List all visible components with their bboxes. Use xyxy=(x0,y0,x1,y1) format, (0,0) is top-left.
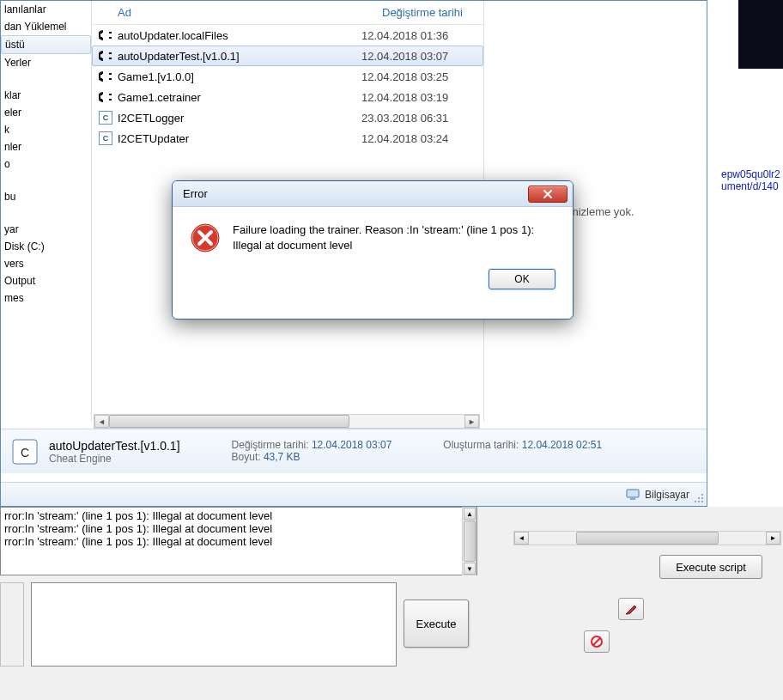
sidebar-item[interactable]: mes xyxy=(1,289,91,307)
log-line: rror:In 'stream:' (line 1 pos 1): Illega… xyxy=(4,522,473,535)
computer-icon xyxy=(626,489,640,501)
background-text-fragment: epw05qu0lr2 ument/d/140 xyxy=(721,168,783,192)
ok-button[interactable]: OK xyxy=(489,269,555,289)
bottom-area: rror:In 'stream:' (line 1 pos 1): Illega… xyxy=(0,507,783,700)
sidebar-item[interactable]: yar xyxy=(1,221,91,238)
svg-rect-19 xyxy=(630,498,635,500)
scroll-right-arrow[interactable]: ► xyxy=(464,415,479,428)
file-date: 12.04.2018 03:19 xyxy=(361,91,448,104)
scroll-up-arrow[interactable]: ▲ xyxy=(464,508,476,520)
sidebar-item[interactable]: eler xyxy=(1,104,91,121)
background-dark-strip xyxy=(738,0,783,69)
scroll-thumb[interactable] xyxy=(109,415,349,428)
file-name: Game1.cetrainer xyxy=(118,91,361,104)
color-picker-button[interactable] xyxy=(618,598,644,620)
svg-rect-22 xyxy=(701,497,703,499)
sidebar-item[interactable]: klar xyxy=(1,87,91,104)
right-panel: ◄ ► Execute script xyxy=(488,507,783,700)
gutter-strip xyxy=(0,582,24,667)
cheat-engine-icon xyxy=(97,27,114,43)
file-row[interactable]: Game1.cetrainer12.04.2018 03:19 xyxy=(92,87,483,107)
right-hscrollbar[interactable]: ◄ ► xyxy=(513,531,781,545)
scroll-right-arrow[interactable]: ► xyxy=(766,532,780,545)
file-row[interactable]: CI2CETLogger23.03.2018 06:31 xyxy=(92,107,483,128)
sidebar-item[interactable]: o xyxy=(1,155,91,173)
detail-size-label: Boyut: xyxy=(232,451,261,463)
sidebar-item[interactable]: nler xyxy=(1,138,91,155)
error-title: Error xyxy=(183,187,528,200)
file-row[interactable]: autoUpdater.localFiles12.04.2018 01:36 xyxy=(92,25,483,46)
detail-file-icon: C xyxy=(9,436,40,467)
detail-create-value: 12.04.2018 02:51 xyxy=(522,439,602,451)
svg-rect-7 xyxy=(109,58,112,59)
error-message: Failure loading the trainer. Reason :In … xyxy=(233,222,555,253)
detail-bar: C autoUpdaterTest.[v1.0.1] Cheat Engine … xyxy=(1,429,707,473)
file-row[interactable]: autoUpdaterTest.[v1.0.1]12.04.2018 03:07 xyxy=(92,46,483,66)
svg-rect-6 xyxy=(109,52,112,54)
execute-button[interactable]: Execute xyxy=(404,600,469,648)
sidebar-item[interactable]: dan Yüklemel xyxy=(1,18,91,35)
file-name: autoUpdater.localFiles xyxy=(118,29,361,42)
sidebar-item[interactable]: k xyxy=(1,121,91,138)
resize-grip-icon[interactable] xyxy=(693,492,705,504)
log-line: rror:In 'stream:' (line 1 pos 1): Illega… xyxy=(4,535,473,548)
error-icon xyxy=(190,222,221,253)
file-date: 12.04.2018 03:25 xyxy=(361,70,448,83)
scroll-thumb[interactable] xyxy=(576,532,719,545)
detail-mod-label: Değiştirme tarihi: xyxy=(232,439,309,451)
execute-script-button[interactable]: Execute script xyxy=(659,555,762,579)
log-vscrollbar[interactable]: ▲ ▼ xyxy=(462,507,476,575)
file-date: 23.03.2018 06:31 xyxy=(361,112,448,125)
file-row[interactable]: Game1.[v1.0.0]12.04.2018 03:25 xyxy=(92,66,483,87)
file-name: Game1.[v1.0.0] xyxy=(118,70,361,83)
exe-icon: C xyxy=(97,110,114,125)
error-titlebar[interactable]: Error xyxy=(173,181,573,207)
cancel-button[interactable] xyxy=(584,630,610,653)
status-location: Bilgisayar xyxy=(645,489,689,501)
svg-rect-2 xyxy=(109,32,112,33)
sidebar-item[interactable]: vers xyxy=(1,255,91,272)
log-panel[interactable]: rror:In 'stream:' (line 1 pos 1): Illega… xyxy=(0,507,477,575)
file-date: 12.04.2018 01:36 xyxy=(361,29,448,42)
sidebar-item[interactable]: Output xyxy=(1,272,91,289)
explorer-sidebar: lanılanlardan YüklemelüstüYerlerklareler… xyxy=(1,1,92,422)
file-row[interactable]: CI2CETUpdater12.04.2018 03:24 xyxy=(92,128,483,149)
file-date: 12.04.2018 03:07 xyxy=(361,50,448,63)
file-list-hscrollbar[interactable]: ◄ ► xyxy=(94,414,480,429)
svg-rect-3 xyxy=(109,37,112,39)
file-date: 12.04.2018 03:24 xyxy=(361,132,448,145)
log-line: rror:In 'stream:' (line 1 pos 1): Illega… xyxy=(4,509,473,522)
file-name: I2CETUpdater xyxy=(118,132,361,145)
sidebar-item[interactable]: üstü xyxy=(1,35,91,54)
scroll-left-arrow[interactable]: ◄ xyxy=(94,415,109,428)
svg-rect-18 xyxy=(627,490,639,497)
svg-rect-20 xyxy=(701,494,703,496)
close-button[interactable] xyxy=(528,186,568,203)
cheat-engine-icon xyxy=(97,89,114,105)
scroll-track[interactable] xyxy=(109,415,464,428)
sidebar-item[interactable]: Yerler xyxy=(1,54,91,71)
sidebar-item[interactable]: lanılanlar xyxy=(1,1,91,18)
sidebar-item[interactable]: Disk (C:) xyxy=(1,238,91,255)
file-list-header[interactable]: Ad Değiştirme tarihi xyxy=(92,1,483,25)
frag-line-1: epw05qu0lr2 xyxy=(721,168,783,180)
detail-filename: autoUpdaterTest.[v1.0.1] xyxy=(49,439,180,453)
error-dialog: Error Failure loading the trainer. Reaso… xyxy=(172,180,574,320)
cheat-engine-icon xyxy=(97,69,114,84)
svg-rect-11 xyxy=(109,78,112,80)
scroll-down-arrow[interactable]: ▼ xyxy=(464,563,476,575)
column-header-date[interactable]: Değiştirme tarihi xyxy=(382,6,483,19)
detail-mod-value: 12.04.2018 03:07 xyxy=(312,439,392,451)
column-header-name[interactable]: Ad xyxy=(118,6,382,19)
cheat-engine-icon xyxy=(97,48,114,64)
frag-line-2: ument/d/140 xyxy=(721,180,783,192)
svg-rect-25 xyxy=(701,501,703,502)
status-bar: Bilgisayar xyxy=(1,482,707,506)
sidebar-item[interactable]: bu xyxy=(1,188,91,205)
svg-rect-15 xyxy=(109,99,112,100)
script-input[interactable] xyxy=(31,582,397,667)
file-name: I2CETLogger xyxy=(118,112,361,125)
svg-text:C: C xyxy=(21,446,29,460)
scroll-left-arrow[interactable]: ◄ xyxy=(514,532,529,545)
scroll-thumb[interactable] xyxy=(464,520,476,562)
